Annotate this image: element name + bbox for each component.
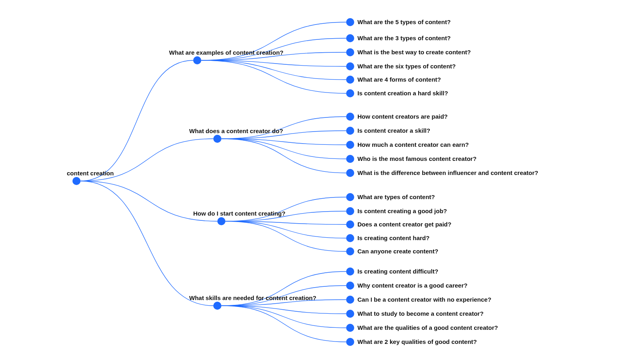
leaf-label: Can I be a content creator with no exper…	[357, 296, 491, 303]
edge-branch-to-leaf	[221, 306, 346, 328]
edge-branch-to-leaf	[221, 139, 346, 173]
leaf-node[interactable]	[346, 234, 354, 242]
leaf-label: How content creators are paid?	[357, 113, 448, 120]
leaf-node[interactable]	[346, 62, 354, 70]
branch-node[interactable]	[213, 302, 221, 310]
leaf-node[interactable]	[346, 18, 354, 26]
root-label: content creation	[67, 170, 114, 177]
mindmap-canvas: content creationWhat are examples of con…	[0, 0, 644, 362]
leaf-label: What are 4 forms of content?	[357, 76, 441, 83]
leaf-node[interactable]	[346, 141, 354, 149]
leaf-node[interactable]	[346, 220, 354, 228]
branch-node[interactable]	[217, 217, 225, 225]
branch-node[interactable]	[193, 56, 201, 64]
branch-label: What are examples of content creation?	[169, 49, 283, 56]
leaf-label: Is content creating a good job?	[357, 208, 447, 214]
leaf-node[interactable]	[346, 155, 354, 163]
edge-branch-to-leaf	[225, 221, 346, 238]
nodes-group: content creationWhat are examples of con…	[67, 18, 538, 346]
leaf-label: Can anyone create content?	[357, 248, 438, 255]
edge-branch-to-leaf	[201, 60, 346, 93]
leaf-label: Is content creator a skill?	[357, 127, 430, 134]
leaf-node[interactable]	[346, 169, 354, 177]
leaf-label: What are 2 key qualities of good content…	[357, 338, 477, 345]
leaf-label: Why content creator is a good career?	[357, 282, 467, 289]
branch-label: How do I start content creating?	[193, 210, 285, 217]
edge-branch-to-leaf	[221, 306, 346, 342]
leaf-label: Is creating content difficult?	[357, 268, 438, 275]
leaf-node[interactable]	[346, 127, 354, 135]
leaf-node[interactable]	[346, 267, 354, 276]
leaf-label: Who is the most famous content creator?	[357, 155, 477, 162]
leaf-node[interactable]	[346, 247, 354, 255]
edge-branch-to-leaf	[225, 221, 346, 251]
leaf-node[interactable]	[346, 34, 354, 42]
leaf-node[interactable]	[346, 324, 354, 332]
leaf-label: What are types of content?	[357, 193, 435, 200]
leaf-node[interactable]	[346, 338, 354, 346]
branch-label: What skills are needed for content creat…	[189, 294, 316, 301]
leaf-label: Is content creation a hard skill?	[357, 90, 448, 97]
edges-group	[80, 22, 346, 342]
leaf-node[interactable]	[346, 310, 354, 318]
leaf-node[interactable]	[346, 296, 354, 304]
leaf-node[interactable]	[346, 76, 354, 84]
leaf-label: What are the six types of content?	[357, 63, 456, 70]
leaf-label: What are the 3 types of content?	[357, 35, 451, 41]
branch-label: What does a content creator do?	[189, 128, 283, 134]
leaf-node[interactable]	[346, 207, 354, 215]
leaf-label: How much a content creator can earn?	[357, 141, 469, 148]
leaf-label: What is the difference between influence…	[357, 169, 538, 176]
leaf-label: What are the 5 types of content?	[357, 19, 451, 25]
leaf-node[interactable]	[346, 48, 354, 56]
leaf-label: What is the best way to create content?	[357, 49, 471, 56]
edge-root-to-branch	[80, 60, 193, 181]
leaf-label: What to study to become a content creato…	[357, 310, 483, 317]
leaf-label: Does a content creator get paid?	[357, 221, 451, 228]
leaf-node[interactable]	[346, 89, 354, 97]
leaf-node[interactable]	[346, 113, 354, 121]
leaf-node[interactable]	[346, 282, 354, 290]
branch-node[interactable]	[213, 135, 221, 143]
leaf-label: What are the qualities of a good content…	[357, 324, 498, 331]
edge-branch-to-leaf	[225, 197, 346, 221]
leaf-label: Is creating content hard?	[357, 234, 429, 241]
root-node[interactable]	[72, 177, 80, 185]
leaf-node[interactable]	[346, 193, 354, 201]
